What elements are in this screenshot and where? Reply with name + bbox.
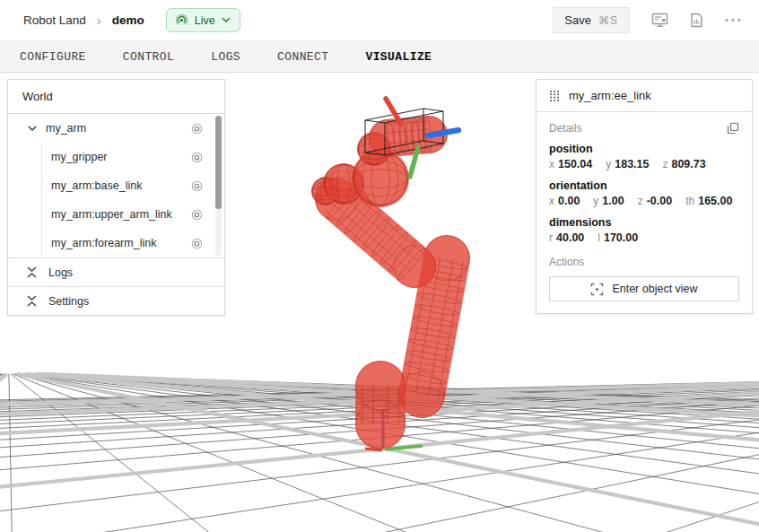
visibility-eye-icon[interactable] [191, 152, 203, 163]
axis-key: y [606, 158, 611, 170]
tab-connect[interactable]: CONNECT [277, 50, 328, 64]
tree-item-label: my_arm [46, 122, 191, 135]
axis-value: 0.00 [558, 195, 580, 207]
world-tree: my_arm my_gripper my_arm:base_link my_ar… [8, 114, 224, 257]
collapse-vertical-icon [27, 266, 37, 278]
tab-visualize[interactable]: VISUALIZE [365, 50, 432, 64]
dimensions-group: dimensions r40.00 l170.00 [549, 216, 739, 244]
live-label: Live [195, 14, 215, 27]
axis-key: z [638, 195, 643, 207]
tree-item-label: my_arm:base_link [51, 179, 191, 192]
breadcrumb-root[interactable]: Robot Land [23, 13, 86, 27]
axis-value: 40.00 [556, 231, 584, 244]
top-bar-actions: Save ⌘S [553, 7, 741, 33]
enter-object-view-label: Enter object view [612, 283, 697, 295]
save-shortcut: ⌘S [598, 14, 618, 27]
axis-key: x [549, 195, 554, 207]
tree-item-my-arm[interactable]: my_arm [8, 114, 224, 143]
tab-control[interactable]: CONTROL [123, 50, 174, 64]
visibility-eye-icon[interactable] [191, 238, 203, 249]
main-nav-tabs: CONFIGURE CONTROL LOGS CONNECT VISUALIZE [0, 40, 759, 73]
tab-configure[interactable]: CONFIGURE [20, 50, 86, 64]
enter-object-view-button[interactable]: Enter object view [549, 276, 739, 301]
tab-logs[interactable]: LOGS [211, 50, 240, 64]
tree-scrollbar-track[interactable] [215, 116, 222, 256]
group-label: orientation [549, 179, 739, 192]
axis-key: r [549, 231, 553, 244]
details-panel-body: Details position x150.04 y183.15 z809.73… [537, 112, 752, 313]
section-settings[interactable]: Settings [8, 286, 224, 315]
chevron-down-icon[interactable] [28, 126, 37, 132]
section-logs[interactable]: Logs [8, 257, 224, 286]
tree-item-label: my_arm:forearm_link [51, 237, 191, 249]
breadcrumb-separator-icon: › [97, 13, 101, 28]
axis-key: z [662, 158, 667, 170]
axis-key: x [549, 158, 554, 170]
axis-value: -0.00 [647, 195, 673, 207]
axis-key: y [593, 195, 598, 207]
breadcrumb: Robot Land › demo Live [23, 8, 240, 32]
tree-item-upper-arm-link[interactable]: my_arm:upper_arm_link [8, 200, 224, 229]
collapse-vertical-icon [27, 295, 37, 307]
axis-value: 150.04 [558, 158, 592, 170]
details-panel-header[interactable]: my_arm:ee_link [537, 80, 752, 112]
live-signal-icon [175, 13, 188, 27]
group-label: position [549, 143, 739, 155]
visibility-eye-icon[interactable] [191, 180, 203, 192]
axis-value: 1.00 [602, 195, 624, 207]
tree-item-base-link[interactable]: my_arm:base_link [8, 171, 224, 200]
drag-handle-icon[interactable] [549, 90, 560, 102]
save-button[interactable]: Save ⌘S [553, 7, 630, 33]
orientation-group: orientation x0.00 y1.00 z-0.00 th165.00 [549, 179, 739, 207]
tree-item-label: my_gripper [51, 151, 191, 163]
overflow-menu-icon[interactable] [725, 18, 741, 22]
visibility-eye-icon[interactable] [191, 209, 203, 221]
axis-key: l [598, 231, 600, 244]
world-panel-title: World [22, 90, 53, 103]
details-panel-title: my_arm:ee_link [569, 89, 651, 102]
tree-item-forearm-link[interactable]: my_arm:forearm_link [8, 229, 224, 257]
data-file-icon[interactable] [690, 13, 703, 28]
live-status-dropdown[interactable]: Live [166, 8, 240, 32]
tree-item-label: my_arm:upper_arm_link [51, 208, 191, 221]
axis-value: 170.00 [604, 231, 638, 244]
tree-item-my-gripper[interactable]: my_gripper [8, 143, 224, 171]
tree-scrollbar-thumb[interactable] [215, 116, 222, 209]
world-panel: World my_arm my_gripper my_arm:base_link [7, 79, 225, 316]
focus-target-icon [590, 283, 604, 296]
chevron-down-icon [222, 17, 231, 23]
world-panel-header: World [8, 80, 224, 114]
axis-value: 165.00 [698, 195, 732, 207]
section-label: Settings [48, 295, 89, 308]
actions-label: Actions [549, 256, 739, 268]
remote-control-monitor-icon[interactable] [651, 13, 668, 28]
axis-value: 809.73 [671, 158, 705, 170]
visibility-eye-icon[interactable] [191, 123, 203, 135]
section-label: Logs [48, 266, 73, 279]
position-group: position x150.04 y183.15 z809.73 [549, 143, 739, 170]
object-details-panel: my_arm:ee_link Details position x150.04 … [536, 79, 753, 314]
axis-key: th [685, 195, 694, 207]
details-label: Details [549, 122, 582, 135]
axis-value: 183.15 [615, 158, 649, 170]
top-bar: Robot Land › demo Live Save ⌘S [0, 0, 759, 40]
copy-icon[interactable] [727, 122, 739, 135]
breadcrumb-current: demo [112, 13, 144, 27]
group-label: dimensions [549, 216, 739, 229]
save-label: Save [564, 13, 591, 27]
